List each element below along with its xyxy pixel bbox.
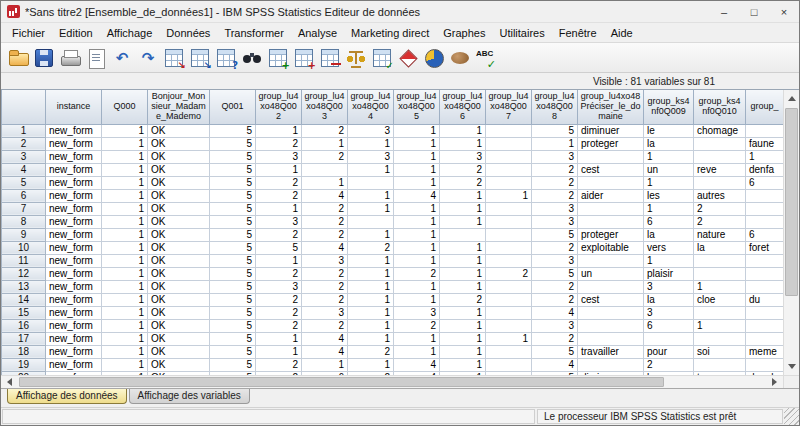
cell[interactable]: 4	[302, 189, 348, 202]
cell[interactable]: 1	[102, 137, 148, 150]
cell[interactable]: 2	[532, 189, 578, 202]
column-header[interactable]: group_lu4xo48Q007	[486, 90, 532, 124]
cell[interactable]	[486, 163, 532, 176]
cell[interactable]: 2	[302, 280, 348, 293]
column-header[interactable]: Bonjour_Monsieur_Madame_Mademo	[148, 90, 210, 124]
close-button[interactable]: ×	[769, 1, 799, 22]
cell[interactable]: 5	[210, 254, 256, 267]
cell[interactable]: 6	[746, 176, 784, 189]
row-header[interactable]: 8	[2, 215, 46, 228]
cell[interactable]	[486, 345, 532, 358]
cell[interactable]	[578, 202, 644, 215]
cell[interactable]: diminuer	[578, 124, 644, 137]
cell[interactable]: new_form	[46, 280, 102, 293]
row-header[interactable]: 5	[2, 176, 46, 189]
cell[interactable]: 3	[302, 306, 348, 319]
cell[interactable]: new_form	[46, 241, 102, 254]
cell[interactable]	[578, 306, 644, 319]
cell[interactable]: aider	[578, 189, 644, 202]
column-header[interactable]: group_lu4xo48Préciser_le_domaine	[578, 90, 644, 124]
cell[interactable]	[578, 176, 644, 189]
cell[interactable]: 3	[348, 150, 394, 163]
cell[interactable]	[746, 124, 784, 137]
row-header[interactable]: 20	[2, 371, 46, 375]
row-header[interactable]: 14	[2, 293, 46, 306]
redo-icon[interactable]	[136, 46, 160, 70]
cell[interactable]: OK	[148, 319, 210, 332]
cell[interactable]: 4	[302, 241, 348, 254]
row-header[interactable]: 10	[2, 241, 46, 254]
cell[interactable]: 3	[532, 150, 578, 163]
cell[interactable]: reve	[694, 163, 746, 176]
cell[interactable]	[694, 306, 746, 319]
menu-fen-tre[interactable]: Fenêtre	[552, 25, 604, 41]
print-icon[interactable]	[58, 46, 82, 70]
cell[interactable]: 5	[210, 215, 256, 228]
cell[interactable]: new_form	[46, 137, 102, 150]
cell[interactable]: 2	[532, 332, 578, 345]
cell[interactable]: 1	[394, 163, 440, 176]
cell[interactable]: 1	[644, 202, 694, 215]
variables-icon[interactable]	[214, 46, 238, 70]
cell[interactable]: 4	[302, 332, 348, 345]
cell[interactable]: 1	[394, 215, 440, 228]
column-header[interactable]: instance	[46, 90, 102, 124]
cell[interactable]: 3	[256, 150, 302, 163]
cell[interactable]: 6	[644, 215, 694, 228]
cell[interactable]: OK	[148, 254, 210, 267]
cell[interactable]	[486, 150, 532, 163]
cell[interactable]: OK	[148, 358, 210, 371]
cell[interactable]: 1	[102, 267, 148, 280]
cell[interactable]: OK	[148, 267, 210, 280]
cell[interactable]: 5	[532, 228, 578, 241]
cell[interactable]: 3	[644, 280, 694, 293]
column-header[interactable]: group_lu4xo48Q004	[348, 90, 394, 124]
cell[interactable]: new_form	[46, 267, 102, 280]
cell[interactable]: 1	[348, 293, 394, 306]
show-all-variables-icon[interactable]	[448, 46, 472, 70]
cell[interactable]	[746, 189, 784, 202]
cell[interactable]: 2	[256, 371, 302, 375]
cell[interactable]: OK	[148, 150, 210, 163]
cell[interactable]	[486, 371, 532, 375]
cell[interactable]: denfa	[746, 163, 784, 176]
cell[interactable]: 1	[102, 280, 148, 293]
cell[interactable]: 1	[394, 332, 440, 345]
insert-cases-icon[interactable]	[266, 46, 290, 70]
cell[interactable]: vers	[644, 241, 694, 254]
cell[interactable]: 1	[348, 254, 394, 267]
cell[interactable]: nature	[694, 228, 746, 241]
cell[interactable]: 1	[440, 280, 486, 293]
cell[interactable]: new_form	[46, 371, 102, 375]
spell-check-icon[interactable]	[474, 46, 498, 70]
cell[interactable]: 5	[210, 124, 256, 137]
cell[interactable]: 5	[210, 137, 256, 150]
cell[interactable]: OK	[148, 189, 210, 202]
cell[interactable]: 3	[532, 215, 578, 228]
cell[interactable]: 1	[102, 254, 148, 267]
cell[interactable]	[746, 319, 784, 332]
cell[interactable]	[486, 319, 532, 332]
cell[interactable]: OK	[148, 228, 210, 241]
menu-utilitaires[interactable]: Utilitaires	[492, 25, 551, 41]
row-header[interactable]: 7	[2, 202, 46, 215]
cell[interactable]: 1	[440, 306, 486, 319]
row-header[interactable]: 19	[2, 358, 46, 371]
cell[interactable]	[578, 332, 644, 345]
cell[interactable]: 2	[532, 293, 578, 306]
cell[interactable]: 1	[102, 150, 148, 163]
cell[interactable]: 1	[348, 202, 394, 215]
cell[interactable]	[694, 137, 746, 150]
cell[interactable]: 1	[394, 124, 440, 137]
cell[interactable]: new_form	[46, 358, 102, 371]
cell[interactable]: 1	[256, 345, 302, 358]
cell[interactable]: 1	[102, 319, 148, 332]
cell[interactable]: faune	[746, 137, 784, 150]
cell[interactable]	[578, 150, 644, 163]
cell[interactable]: 1	[394, 150, 440, 163]
cell[interactable]: 2	[694, 215, 746, 228]
cell[interactable]: 1	[102, 124, 148, 137]
cell[interactable]: chomage	[694, 124, 746, 137]
cell[interactable]: 2	[394, 319, 440, 332]
cell[interactable]: 2	[486, 267, 532, 280]
